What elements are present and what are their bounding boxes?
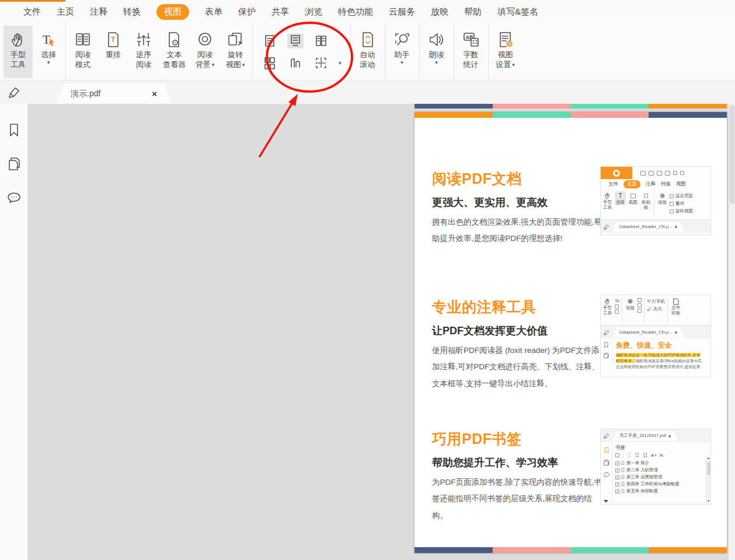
bookmark-menu-icon[interactable] [615, 453, 619, 457]
mini-tab-close-icon[interactable]: x [674, 330, 677, 335]
mini-collapse-icon[interactable] [604, 500, 608, 503]
mini-fit-page-icon[interactable] [638, 298, 642, 302]
mini-fit-page[interactable]: 适合页面 [670, 193, 693, 199]
menu-slideshow[interactable]: 放映 [431, 6, 448, 18]
print-icon[interactable] [657, 171, 662, 176]
mini-convert-tool[interactable]: 文件转换 [670, 297, 681, 316]
page-icon[interactable] [673, 171, 677, 175]
menu-special-features[interactable]: 特色功能 [338, 6, 373, 18]
expand-text-icon[interactable]: A+ [651, 453, 657, 458]
mini-menu-convert[interactable]: 转换 [661, 181, 671, 188]
mini-document-tab[interactable]: Datasheet_Reader_CN.p... x [612, 327, 684, 337]
pages-panel-icon[interactable] [6, 156, 22, 174]
mini-hand-tool[interactable]: 手型工具 [602, 191, 613, 211]
mini-menu-comment[interactable]: 注释 [646, 181, 656, 188]
menu-help[interactable]: 帮助 [464, 6, 482, 18]
undo-icon[interactable] [680, 171, 684, 175]
expand-node-icon[interactable]: + [615, 461, 619, 466]
mini-snapshot-tool[interactable]: 截图 [628, 191, 639, 205]
menu-view[interactable]: 视图 [156, 4, 189, 20]
mini-bookmark-icon-active[interactable] [603, 447, 610, 454]
menu-comment[interactable]: 注释 [90, 6, 107, 18]
scrollbar-thumb[interactable] [729, 105, 735, 204]
add-bookmark-icon[interactable] [626, 453, 632, 458]
text-viewer-button[interactable]: 文本查看器 [159, 26, 189, 78]
split-view-button[interactable] [313, 55, 329, 71]
reflow-button[interactable]: T 重排 [99, 26, 128, 78]
mini-snapshot-icon[interactable] [615, 304, 619, 309]
comments-panel-icon[interactable] [6, 190, 22, 208]
vertical-scrollbar[interactable] [728, 104, 735, 560]
mini-reflow[interactable]: 重排 [670, 201, 693, 206]
reverse-reading-button[interactable]: 逆序阅读 [129, 26, 158, 78]
continuous-view-button[interactable] [287, 33, 304, 48]
tab-close-icon[interactable]: × [152, 89, 157, 99]
mini-menu-view[interactable]: 视图 [676, 181, 686, 188]
reading-mode-button[interactable]: 阅读模式 [68, 26, 97, 78]
menu-file[interactable]: 文件 [23, 6, 41, 18]
expand-node-icon[interactable]: + [615, 475, 619, 480]
mini-hand-tool[interactable]: 手型工具 [602, 297, 613, 316]
split-view-caret[interactable]: ▾ [339, 60, 342, 66]
menu-cloud-service[interactable]: 云服务 [389, 6, 415, 18]
bookmark-tree-item[interactable]: + 第三章 试用期管理 [615, 474, 709, 480]
single-page-view-button[interactable] [262, 33, 278, 48]
facing-view-button[interactable] [313, 33, 329, 48]
menu-convert[interactable]: 转换 [123, 6, 141, 18]
scroll-down-icon[interactable]: ▼ [707, 499, 710, 503]
mini-comments-icon[interactable] [603, 471, 610, 478]
mini-reflow-icon[interactable] [638, 303, 642, 307]
rotate-view-button[interactable]: 旋转 视图▾ [221, 26, 250, 78]
continuous-facing-view-button[interactable] [262, 55, 278, 71]
mini-document-tab[interactable]: Datasheet_Reader_CN.p... x [612, 222, 684, 232]
delete-bookmark-icon[interactable] [643, 453, 648, 458]
mini-menu-home[interactable]: 主页 [623, 180, 640, 188]
mini-clipboard-icon[interactable] [615, 310, 619, 314]
expand-node-icon[interactable]: + [615, 468, 619, 473]
menu-protect[interactable]: 保护 [238, 6, 256, 18]
mini-zoom-tool[interactable]: ⊕ 缩放 [625, 297, 636, 311]
bookmark-tree-item[interactable]: + 第四章 工作时间与考勤制度 [615, 481, 709, 487]
email-icon[interactable] [665, 171, 670, 176]
mini-highlight-tool[interactable]: 高亮 [647, 306, 662, 312]
read-aloud-button[interactable]: 朗读 ▾ [422, 26, 451, 78]
separate-cover-page-button[interactable] [287, 55, 304, 71]
open-file-icon[interactable] [640, 171, 646, 176]
document-view[interactable]: 阅读PDF文档 更强大、更实用、更高效 拥有出色的文档渲染效果,强大的页面管理功… [28, 104, 728, 560]
menu-browse[interactable]: 浏览 [305, 6, 322, 18]
menu-fill-sign[interactable]: 填写&签名 [497, 6, 538, 18]
mini-scrollbar[interactable]: ▲ ▼ [706, 456, 710, 503]
word-count-button[interactable]: AB 字数统计 [457, 26, 486, 78]
auto-scroll-button[interactable]: 自动滚动 [353, 26, 382, 78]
bookmark-tree-item[interactable]: + 第一章 简介 [615, 460, 709, 466]
collapse-text-icon[interactable]: A- [660, 453, 664, 458]
document-tab[interactable]: 演示.pdf × [55, 83, 172, 104]
mini-document-tab[interactable]: 员工手册_20120917.pdf x [612, 431, 678, 441]
mini-rotate-icon[interactable] [638, 309, 642, 313]
bookmark-tree-item[interactable]: + 第五章 休假制度 [615, 488, 709, 494]
mini-clipboard-tool[interactable]: 剪贴板 [640, 191, 652, 211]
mini-pages-icon[interactable] [603, 459, 610, 466]
add-child-bookmark-icon[interactable] [635, 453, 640, 458]
view-settings-button[interactable]: 视图 设置▾ [491, 26, 520, 78]
mini-tab-close-icon[interactable]: x [674, 224, 677, 229]
expand-node-icon[interactable]: + [615, 482, 619, 487]
menu-form[interactable]: 表单 [205, 6, 222, 18]
bookmarks-panel-icon[interactable] [6, 123, 22, 140]
mini-select-tool[interactable]: T 选择 [615, 191, 626, 205]
menu-home[interactable]: 主页 [57, 6, 74, 18]
mini-rotate-view[interactable]: 旋转视图 [670, 208, 693, 214]
menu-share[interactable]: 共享 [271, 6, 289, 18]
mini-select-tool[interactable]: To [615, 298, 619, 303]
mini-tab-close-icon[interactable]: x [668, 433, 671, 439]
mini-typewriter-tool[interactable]: TI 打字机 [647, 299, 665, 304]
assistant-button[interactable]: 助手 ▾ [388, 26, 417, 78]
expand-node-icon[interactable]: + [615, 489, 619, 494]
mini-bookmark-icon[interactable] [603, 342, 609, 348]
bookmark-tree-item[interactable]: + 第二章 入职管理 [615, 467, 709, 473]
mini-menu-file[interactable]: 文件 [608, 181, 618, 188]
mini-pages-icon[interactable] [603, 352, 609, 359]
select-tool-button[interactable]: T 选择 ▾ [34, 26, 63, 78]
hand-tool-button[interactable]: 手型工具 [4, 26, 33, 78]
annotate-pencil-icon[interactable] [7, 85, 22, 102]
